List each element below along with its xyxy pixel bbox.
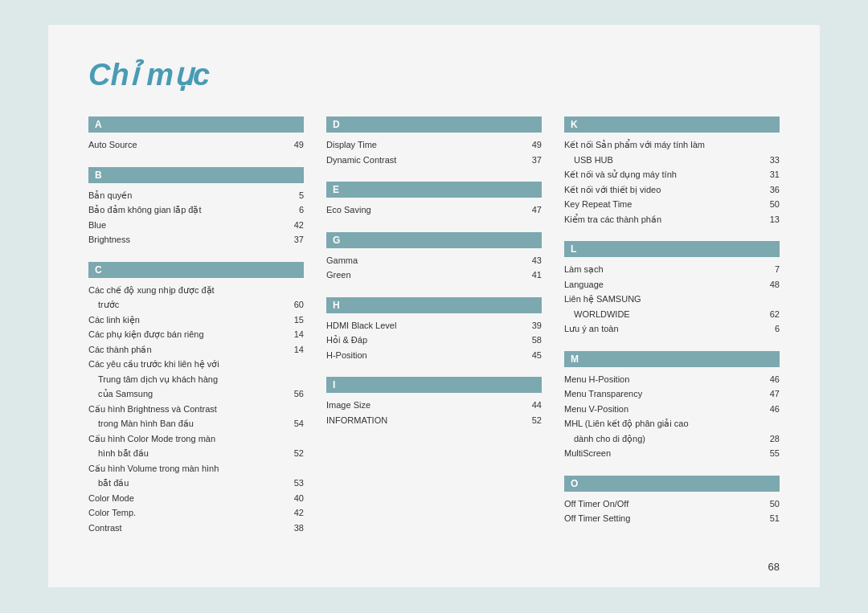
item-page: 56: [288, 387, 304, 401]
section-header-A: A: [88, 116, 304, 133]
list-item: Gamma43: [326, 253, 542, 268]
item-page: 6: [764, 322, 780, 336]
list-item: Dynamic Contrast37: [326, 153, 542, 168]
item-name: Color Mode: [88, 492, 288, 505]
item-name: H-Position: [326, 349, 526, 362]
item-page: [288, 373, 304, 386]
item-page: 52: [288, 447, 304, 460]
item-page: 13: [764, 213, 780, 227]
item-name: Off Timer Setting: [564, 512, 764, 525]
item-name: Liên hệ SAMSUNG: [564, 292, 764, 306]
item-name: Cấu hình Volume trong màn hình: [88, 462, 288, 476]
list-item: Menu H-Position46: [564, 372, 780, 387]
item-name: Menu V-Position: [564, 403, 764, 416]
list-item: Color Temp.42: [88, 505, 304, 521]
section-header-M: M: [564, 351, 780, 367]
section-E: EEco Saving47: [326, 182, 542, 218]
list-item: Các thành phần14: [88, 342, 304, 358]
section-L: LLàm sạch7Language48Liên hệ SAMSUNGWORLD…: [564, 241, 780, 337]
list-item: Language48: [564, 277, 780, 292]
section-header-O: O: [564, 476, 780, 492]
list-item: Auto Source49: [88, 137, 304, 153]
item-name: Các thành phần: [88, 343, 288, 357]
item-name: Lưu ý an toàn: [564, 322, 764, 336]
item-page: 52: [526, 414, 542, 427]
item-name: Gamma: [326, 254, 526, 268]
item-name: Color Temp.: [88, 506, 288, 520]
item-name: Off Timer On/Off: [564, 497, 764, 511]
item-page: 53: [288, 476, 304, 490]
item-page: [288, 403, 304, 416]
item-name: Bản quyền: [88, 189, 288, 202]
item-page: 46: [764, 403, 780, 416]
list-item: MultiScreen55: [564, 446, 780, 461]
section-A: AAuto Source49: [88, 116, 304, 153]
section-H: HHDMI Black Level39Hỏi & Đáp58H-Position…: [326, 297, 542, 363]
item-name: bắt đầu: [98, 476, 288, 490]
list-item: Liên hệ SAMSUNG: [564, 292, 780, 307]
item-page: [288, 284, 304, 297]
list-item: Lưu ý an toàn6: [564, 321, 780, 337]
column-1: DDisplay Time49Dynamic Contrast37EEco Sa…: [326, 116, 542, 550]
list-item: Kết nối và sử dụng máy tính31: [564, 167, 780, 182]
section-header-D: D: [326, 116, 542, 133]
item-page: 45: [526, 349, 542, 362]
list-item: USB HUB33: [564, 153, 780, 168]
item-name: MultiScreen: [564, 447, 764, 460]
item-name: Các chế độ xung nhịp được đặt: [88, 284, 288, 297]
item-name: Trung tâm dịch vụ khách hàng: [98, 373, 288, 386]
item-page: 40: [288, 492, 304, 505]
column-2: KKết nối Sản phẩm với máy tính làmUSB HU…: [564, 116, 780, 550]
item-name: Image Size: [326, 398, 526, 412]
item-name: INFORMATION: [326, 414, 526, 427]
list-item: Eco Saving47: [326, 202, 542, 218]
list-item: Image Size44: [326, 398, 542, 413]
item-name: USB HUB: [574, 153, 764, 167]
list-item: Các chế độ xung nhịp được đặt: [88, 283, 304, 298]
list-item: trước60: [88, 297, 304, 313]
page-number: 68: [768, 561, 780, 573]
item-page: 14: [288, 328, 304, 341]
list-item: Key Repeat Time50: [564, 197, 780, 212]
list-item: MHL (Liên kết độ phân giải cao: [564, 416, 780, 431]
section-header-I: I: [326, 377, 542, 393]
section-G: GGamma43Green41: [326, 232, 542, 283]
item-name: Dynamic Contrast: [326, 153, 526, 167]
item-page: 42: [288, 506, 304, 520]
item-name: Bảo đảm không gian lắp đặt: [88, 203, 288, 217]
item-page: 44: [526, 398, 542, 412]
item-name: Kiểm tra các thành phần: [564, 213, 764, 227]
list-item: Hỏi & Đáp58: [326, 333, 542, 348]
list-item: Brightness37: [88, 232, 304, 247]
item-name: Language: [564, 278, 764, 292]
item-page: 36: [764, 183, 780, 197]
list-item: hình bắt đầu52: [88, 446, 304, 461]
item-name: Menu H-Position: [564, 373, 764, 386]
item-page: 37: [526, 153, 542, 167]
item-name: trước: [98, 298, 288, 312]
item-page: 14: [288, 343, 304, 357]
section-header-G: G: [326, 232, 542, 248]
list-item: Các yêu cầu trước khi liên hệ với: [88, 357, 304, 372]
item-page: [288, 358, 304, 371]
item-page: 33: [764, 153, 780, 167]
list-item: trong Màn hình Ban đầu54: [88, 416, 304, 431]
item-name: trong Màn hình Ban đầu: [98, 417, 288, 431]
section-I: IImage Size44INFORMATION52: [326, 377, 542, 427]
list-item: của Samsung56: [88, 386, 304, 402]
item-name: Các yêu cầu trước khi liên hệ với: [88, 358, 288, 371]
list-item: Các linh kiện15: [88, 313, 304, 328]
section-C: CCác chế độ xung nhịp được đặttrước60Các…: [88, 262, 304, 536]
item-name: Menu Transparency: [564, 387, 764, 401]
item-name: Làm sạch: [564, 263, 764, 276]
item-page: 49: [288, 138, 304, 152]
item-page: 54: [288, 417, 304, 431]
list-item: dành cho di động)28: [564, 431, 780, 447]
item-name: Kết nối với thiết bị video: [564, 183, 764, 197]
list-item: Bảo đảm không gian lắp đặt6: [88, 202, 304, 218]
item-page: 41: [526, 268, 542, 282]
columns-container: AAuto Source49BBản quyền5Bảo đảm không g…: [88, 116, 780, 550]
section-header-H: H: [326, 297, 542, 313]
page-title: Chỉ mục: [88, 57, 780, 92]
item-page: 43: [526, 254, 542, 268]
